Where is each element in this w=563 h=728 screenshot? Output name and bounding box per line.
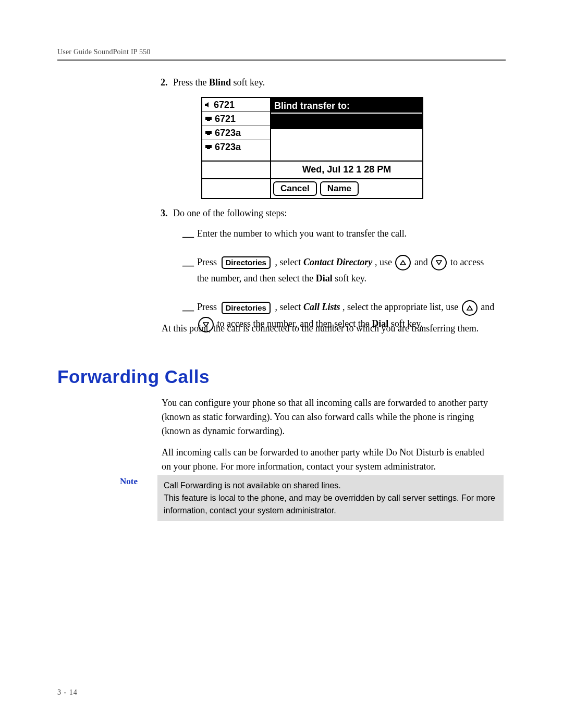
phone-icon [204, 144, 213, 150]
contact-directory-label: Contact Directory [303, 257, 373, 267]
header-rule [57, 59, 506, 61]
line-key-4: 6723a [202, 140, 270, 154]
dial-label: Dial [316, 273, 333, 283]
up-arrow-icon [395, 255, 411, 270]
dash-icon: — [182, 255, 194, 275]
running-header: User Guide SoundPoint IP 550 [57, 48, 151, 56]
substep-a: — Enter the number to which you want to … [182, 226, 495, 242]
step2-text: Press the Blind soft key. [173, 77, 265, 88]
section-heading: Forwarding Calls [57, 366, 210, 387]
call-lists-label: Call Lists [303, 302, 340, 312]
note-box: Note Call Forwarding is not available on… [120, 475, 506, 521]
datetime: Wed, Jul 12 1 28 PM [271, 161, 423, 179]
t: , select [275, 257, 303, 267]
substep-b: — Press Directories , select Contact Dir… [182, 254, 495, 287]
t: , select [275, 302, 303, 312]
t: and [481, 302, 494, 312]
directories-button: Directories [222, 256, 271, 269]
up-arrow-icon [462, 300, 478, 316]
step-number: 3. [161, 206, 168, 220]
dash-icon: — [182, 300, 194, 319]
t: Press the [173, 77, 209, 88]
t: and [414, 257, 431, 267]
speaker-icon [204, 102, 212, 108]
line-key-2: 6721 [202, 112, 270, 126]
screen-title: Blind transfer to: [271, 98, 422, 113]
step3-text: Do one of the following steps: [173, 208, 287, 218]
blind-label: Blind [209, 77, 231, 88]
line-ext: 6721 [215, 112, 236, 126]
note-label: Note [120, 475, 157, 487]
t: Press [197, 302, 219, 312]
softkey-name: Name [320, 181, 359, 196]
note-line-2: This feature is local to the phone, and … [164, 493, 495, 515]
phone-icon [204, 116, 213, 122]
t: Enter the number to which you want to tr… [197, 228, 407, 239]
note-body: Call Forwarding is not available on shar… [157, 475, 504, 521]
line-ext: 6723a [215, 126, 241, 140]
line-key-3: 6723a [202, 126, 270, 140]
phone-icon [204, 130, 213, 136]
step-2: 2. Press the Blind soft key. 6721 6721 [162, 76, 495, 199]
phone-screenshot: 6721 6721 6723a 6723a [201, 97, 495, 199]
down-arrow-icon [431, 255, 447, 270]
t: , use [375, 257, 395, 267]
softkey-cancel: Cancel [273, 181, 317, 196]
t: soft key. [231, 77, 265, 88]
dash-icon: — [182, 227, 194, 246]
page-number: 3 - 14 [57, 688, 78, 697]
t: soft key. [333, 273, 366, 283]
phone-lcd: 6721 6721 6723a 6723a [201, 97, 423, 199]
closing-paragraph: At this point, the call is connected to … [162, 322, 485, 336]
t: , select the appropriate list, use [342, 302, 461, 312]
line-ext: 6723a [215, 140, 241, 154]
fwd-para-2: All incoming calls can be forwarded to a… [162, 446, 495, 474]
step-number: 2. [161, 76, 168, 90]
note-line-1: Call Forwarding is not available on shar… [164, 481, 341, 490]
line-ext: 6721 [214, 98, 235, 112]
fwd-para-1: You can configure your phone so that all… [162, 396, 495, 438]
directories-button: Directories [222, 302, 271, 314]
line-key-1: 6721 [202, 98, 270, 112]
input-field [271, 113, 422, 128]
t: Press [197, 257, 219, 267]
step-3: 3. Do one of the following steps: — Ente… [162, 206, 495, 332]
